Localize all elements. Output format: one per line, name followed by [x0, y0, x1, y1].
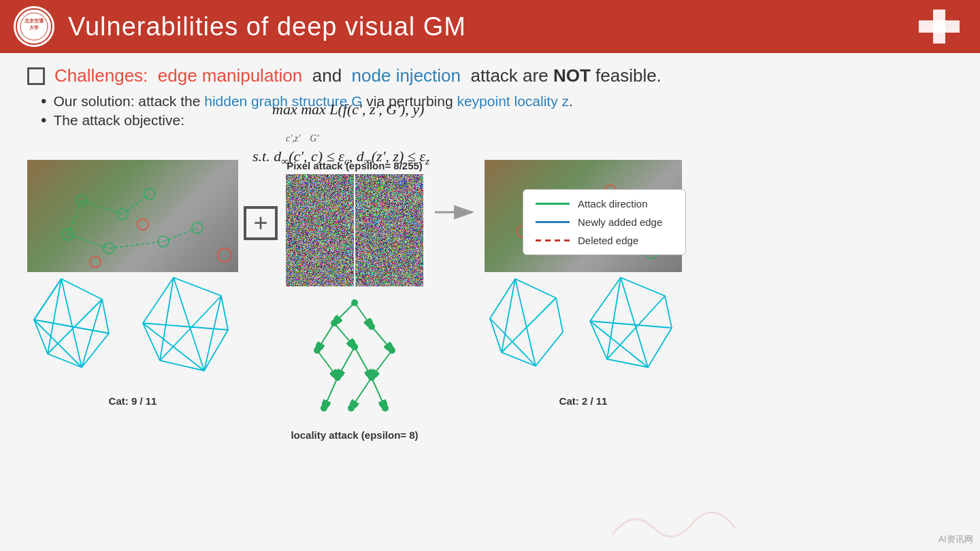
header: 北京交通 大学 Vulnerabilities of deep visual G… [0, 0, 980, 53]
highlight-keypoint: keypoint locality z [457, 93, 569, 109]
cat-right-label: Cat: 2 / 11 [559, 395, 608, 407]
svg-line-43 [338, 347, 355, 378]
svg-point-48 [351, 299, 358, 306]
svg-point-55 [368, 374, 375, 381]
plus-operator: + [244, 160, 278, 359]
svg-point-53 [351, 344, 358, 350]
cat-image-left [27, 160, 238, 272]
noise-images [286, 174, 423, 286]
locality-attack-svg [283, 289, 426, 425]
svg-point-17 [137, 219, 148, 230]
deco-shapes [606, 494, 742, 551]
plus-icon: + [244, 206, 278, 240]
legend-line-red [536, 239, 570, 241]
arrow-operator [431, 160, 479, 347]
svg-line-7 [68, 235, 109, 248]
cat-left-label: Cat: 9 / 11 [109, 395, 157, 407]
watermark: AI资讯网 [938, 533, 973, 546]
legend-box: Attack direction Newly added edge Delete… [523, 189, 686, 255]
graph-right-pair [485, 272, 682, 391]
svg-line-38 [372, 327, 392, 350]
svg-line-8 [109, 241, 163, 248]
formula-1: max max L(f(c′, z′, G′), y) c′,z′ G′ [245, 96, 953, 150]
svg-line-44 [355, 347, 372, 378]
main-content: Challenges: edge manipulation and node i… [0, 53, 980, 551]
svg-line-45 [324, 378, 338, 408]
graph-right-1 [485, 272, 583, 391]
svg-line-37 [334, 303, 355, 323]
svg-point-52 [314, 347, 321, 354]
graph-left-1 [27, 272, 133, 391]
svg-line-4 [82, 201, 122, 214]
locality-attack-graphs [283, 289, 426, 425]
graph-left-pair [27, 272, 238, 391]
logo-right [912, 10, 966, 44]
page-title: Vulnerabilities of deep visual GM [68, 12, 466, 41]
checkbox-icon [27, 67, 45, 85]
legend-label-added: Newly added edge [578, 216, 662, 228]
legend-deleted-edge: Deleted edge [536, 235, 673, 246]
challenge-line: Challenges: edge manipulation and node i… [27, 65, 953, 86]
svg-line-40 [334, 323, 355, 347]
noise-image-2 [355, 174, 423, 286]
svg-point-19 [218, 248, 231, 262]
highlight-node-injection: node injection [352, 65, 461, 86]
challenge-suffix: attack are NOT feasible. [470, 65, 661, 86]
svg-line-82 [590, 321, 648, 367]
svg-line-83 [590, 321, 672, 328]
svg-point-54 [334, 374, 341, 381]
challenge-and: and [312, 65, 342, 86]
svg-line-47 [351, 378, 372, 408]
svg-point-56 [321, 405, 327, 412]
svg-line-32 [204, 296, 221, 371]
svg-line-39 [317, 323, 334, 350]
legend-line-green [536, 203, 570, 205]
svg-point-58 [348, 405, 355, 412]
svg-point-49 [368, 323, 375, 330]
highlight-edge-manipulation-2: edge manipulation [158, 65, 303, 86]
svg-line-46 [372, 378, 385, 408]
visual-area: Cat: 9 / 11 + Pixel attack (epsilon= 8/2… [27, 160, 953, 441]
svg-text:北京交通: 北京交通 [24, 18, 44, 24]
svg-line-41 [317, 350, 338, 378]
svg-line-29 [174, 278, 204, 371]
svg-point-57 [382, 405, 389, 412]
graph-left-2 [133, 272, 238, 391]
svg-marker-73 [490, 279, 563, 366]
challenge-text: Challenges: edge manipulation and node i… [54, 65, 662, 86]
locality-attack-label: locality attack (epsilon= 8) [291, 429, 418, 441]
logo-left: 北京交通 大学 [14, 6, 54, 47]
svg-point-18 [90, 256, 101, 267]
svg-line-36 [355, 303, 372, 327]
noise-image-1 [286, 174, 354, 286]
pixel-attack-panel: Pixel attack (epsilon= 8/255) [283, 160, 426, 441]
svg-line-74 [515, 279, 536, 366]
graph-right-2 [583, 272, 682, 391]
svg-point-51 [389, 347, 395, 354]
legend-newly-added: Newly added edge [536, 216, 673, 228]
legend-label-deleted: Deleted edge [578, 235, 638, 246]
svg-text:大学: 大学 [29, 24, 39, 30]
pixel-attack-label: Pixel attack (epsilon= 8/255) [287, 160, 423, 171]
svg-point-50 [331, 320, 338, 327]
svg-line-42 [372, 350, 392, 378]
legend-line-blue [536, 221, 570, 223]
svg-line-79 [621, 278, 648, 367]
arrow-icon [431, 197, 479, 228]
legend-attack-direction: Attack direction [536, 198, 673, 210]
cat-image-left-panel: Cat: 9 / 11 [27, 160, 238, 407]
legend-label-attack: Attack direction [578, 198, 648, 210]
highlight-edge-manipulation: Challenges: [54, 65, 148, 86]
